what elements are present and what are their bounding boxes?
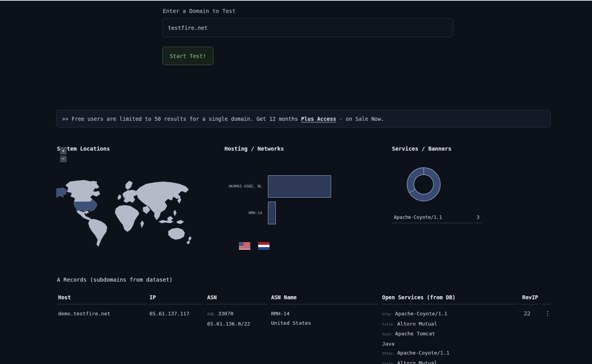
nl-flag-icon [258,242,270,250]
map-central-america [77,211,92,220]
services-banners-title: Services / Banners [392,146,452,152]
donut-legend-value: 3 [474,215,482,223]
column-header-ip: IP [149,293,204,304]
service-value: Altoro Mutual [397,321,437,327]
cell-asn: ASN:33070 65.61.136.0/22 [206,304,268,364]
map-uk [118,195,121,200]
service-value: Altoro Mutual [397,360,437,364]
donut-legend-label: Apache-Coyote/1.1 [392,215,473,223]
map-australia [168,228,185,240]
map-scandinavia [126,181,133,190]
row-menu-kebab-icon[interactable]: ⋮ [541,304,551,364]
map-europe [123,190,137,203]
cell-host: demo.testfire.net [57,304,146,364]
hosting-networks-title: Hosting / Networks [224,146,284,152]
service-value: Apache-Coyote/1.1 [395,311,447,317]
asn-value: 33070 [218,311,233,317]
cell-ip: 65.61.137.117 [149,304,204,364]
service-label: https: [382,351,395,355]
us-flag-icon [239,242,250,250]
column-header-asn: ASN [206,293,268,304]
page-top-edge [0,0,592,1]
asn-range: 65.61.136.0/22 [207,319,268,329]
hosting-bar [268,175,331,198]
asn-country: United States [271,318,379,328]
service-line: https:Apache-Coyote/1.1 [382,348,519,359]
map-zoom-out-button[interactable]: − [60,156,67,162]
column-header-revip: RevIP [521,293,539,304]
service-line: Java [382,339,519,349]
notice-text-after: - on Sale Now. [336,116,384,122]
start-test-button[interactable]: Start Test! [162,47,213,65]
cell-revip: 22 [521,304,539,364]
service-line: tech:Apache Tomcat [382,329,519,339]
map-indonesia [158,220,173,223]
service-label: http: [382,312,393,316]
cell-asn-name: RMH-14 United States [270,304,379,364]
plus-access-link[interactable]: Plus Access [301,116,336,122]
a-records-heading: A Records (subdomains from dataset) [57,277,173,283]
cell-open-services: http:Apache-Coyote/1.1 title:Altoro Mutu… [381,304,519,364]
map-new-zealand [187,236,191,244]
service-line: http:Apache-Coyote/1.1 [382,309,519,319]
map-arabia [143,206,150,214]
map-madagascar [140,220,144,228]
service-line: title:Altoro Mutual [382,319,519,329]
domain-input-label: Enter a Domain to Test [163,8,235,14]
world-map[interactable] [56,176,196,247]
map-canada [66,180,100,202]
service-label: title: [382,322,395,326]
bar-label-akamai: AKAMAI-ASN2, NL [221,184,262,188]
map-netherlands-marker [123,197,124,198]
map-south-america [88,219,107,247]
map-new-guinea [177,220,184,224]
asn-name-value: RMH-14 [271,309,379,318]
map-philippines [173,210,177,216]
column-header-asn-name: ASN Name [270,293,379,304]
service-value: Java [382,341,394,347]
column-header-open-services: Open Services (from DB) [381,293,519,304]
service-label: tech: [382,332,393,336]
free-limit-notice: >> Free users are limited to 50 results … [56,110,551,127]
map-alaska-highlight [56,188,67,197]
service-value: Apache-Coyote/1.1 [397,350,450,356]
notice-text-before: >> Free users are limited to 50 results … [62,116,301,122]
donut-legend-row: Apache-Coyote/1.1 3 [392,215,482,223]
column-header-actions [541,293,551,304]
a-records-table: Host IP ASN ASN Name Open Services (from… [57,293,551,364]
asn-line: ASN:33070 [207,309,268,319]
service-label: title: [382,362,395,364]
service-value: Apache Tomcat [395,331,435,337]
services-donut-chart [406,167,441,202]
asn-label: ASN: [207,312,216,316]
domain-input[interactable] [162,18,453,37]
hosting-networks-panel: Hosting / Networks AKAMAI-ASN2, NL RMH-1… [221,143,386,253]
column-header-host: Host [57,293,146,304]
map-africa [115,205,139,232]
map-zoom-in-button[interactable]: + [60,148,67,155]
services-banners-panel: Services / Banners Apache-Coyote/1.1 3 [386,143,550,253]
system-locations-panel: System Locations + − [56,143,221,253]
hosting-bar [268,202,276,224]
bar-label-rmh: RMH-14 [221,211,262,215]
service-line: title:Altoro Mutual [382,359,519,364]
